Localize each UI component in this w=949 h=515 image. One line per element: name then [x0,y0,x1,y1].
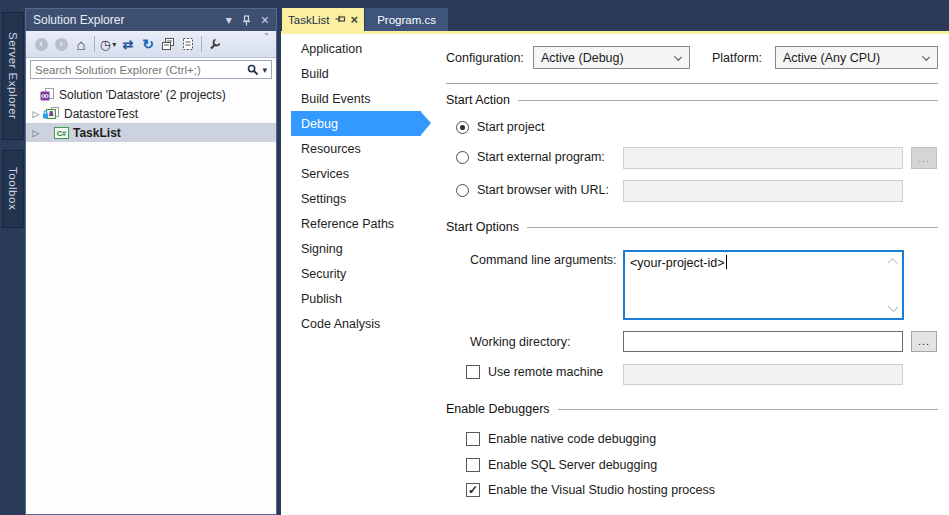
properties-nav-list: Application Build Build Events Debug Res… [291,36,421,336]
tree-label-datastoretest: DatastoreTest [64,107,138,121]
browser-url-input[interactable] [623,180,903,202]
home-icon[interactable]: ⌂ [71,33,91,55]
start-project-label: Start project [477,120,544,134]
tab-close-icon[interactable]: × [351,13,359,26]
configuration-label: Configuration: [446,48,524,68]
nav-item-build-events[interactable]: Build Events [291,86,421,111]
remote-machine-input[interactable] [623,364,903,385]
chevron-down-icon [922,53,930,61]
use-remote-machine-option[interactable]: ✓ Use remote machine [466,365,603,379]
nav-item-publish[interactable]: Publish [291,286,421,311]
use-remote-machine-checkbox[interactable]: ✓ [466,365,480,379]
sync-with-active-document-icon[interactable]: ⇄ [118,33,138,55]
tree-row-solution[interactable]: Solution 'Datastore' (2 projects) [26,85,276,104]
tree-label-solution: Solution 'Datastore' (2 projects) [59,88,226,102]
radio-start-project[interactable] [456,121,469,134]
scroll-down-icon[interactable] [888,302,898,312]
nav-item-debug[interactable]: Debug [291,111,421,136]
start-external-option[interactable]: Start external program: [456,150,605,164]
solution-tree: Solution 'Datastore' (2 projects) ▷ Data… [26,81,276,142]
collapse-all-icon[interactable] [158,33,178,55]
svg-text:C#: C# [57,128,67,137]
sidebar-tab-toolbox[interactable]: Toolbox [2,150,24,228]
platform-value: Active (Any CPU) [783,51,880,65]
sql-debugging-label: Enable SQL Server debugging [488,458,657,472]
tab-tasklist[interactable]: TaskList × [282,8,364,31]
search-options-caret-icon[interactable]: ▾ [262,65,267,75]
solution-explorer-titlebar[interactable]: Solution Explorer ▾ × [26,9,276,31]
tab-program-cs[interactable]: Program.cs [365,8,448,31]
native-debugging-option[interactable]: ✓ Enable native code debugging [466,432,656,446]
expander-icon[interactable]: ▷ [30,109,42,119]
tree-row-datastoretest[interactable]: ▷ DatastoreTest [26,104,276,123]
hosting-process-option[interactable]: ✓ Enable the Visual Studio hosting proce… [466,483,715,497]
tab-tasklist-label: TaskList [288,14,330,26]
sql-debugging-option[interactable]: ✓ Enable SQL Server debugging [466,458,657,472]
search-icon[interactable] [247,64,259,76]
toolbox-tab-label: Toolbox [7,167,19,210]
back-button[interactable]: ‹ [31,33,51,55]
properties-wrench-icon[interactable] [205,33,225,55]
hosting-process-checkbox[interactable]: ✓ [466,483,480,497]
solution-explorer-toolbar: ‹ › ⌂ ◷▾ ⇄ ↻ [26,31,276,58]
tree-row-tasklist[interactable]: ▷ C# TaskList [26,123,276,142]
nav-item-application[interactable]: Application [291,36,421,61]
refresh-icon[interactable]: ↻ [138,33,158,55]
pin-icon[interactable] [241,15,252,26]
window-position-chevron-icon[interactable]: ▾ [226,14,232,26]
nav-item-build[interactable]: Build [291,61,421,86]
nav-item-resources[interactable]: Resources [291,136,421,161]
hosting-process-label: Enable the Visual Studio hosting process [488,483,715,497]
start-project-option[interactable]: Start project [456,120,544,134]
nav-item-code-analysis[interactable]: Code Analysis [291,311,421,336]
text-cursor [726,255,727,269]
chevron-down-icon [674,53,682,61]
toolbar-overflow-icon[interactable]: ” [265,31,271,43]
start-options-header: Start Options [446,220,938,234]
radio-start-browser[interactable] [456,184,469,197]
platform-dropdown[interactable]: Active (Any CPU) [775,46,938,69]
external-program-input[interactable] [623,147,903,169]
sql-debugging-checkbox[interactable]: ✓ [466,458,480,472]
start-action-header: Start Action [446,93,938,107]
external-program-browse-button[interactable]: ... [911,147,937,169]
search-row: ▾ [26,58,276,81]
native-debugging-checkbox[interactable]: ✓ [466,432,480,446]
sidebar-tab-server-explorer[interactable]: Server Explorer [2,12,24,140]
expander-icon[interactable]: ▷ [30,128,42,138]
project-properties-page: Application Build Build Events Debug Res… [281,31,949,515]
radio-start-external[interactable] [456,151,469,164]
tree-label-tasklist: TaskList [73,126,121,140]
close-icon[interactable]: × [261,13,269,27]
nav-item-signing[interactable]: Signing [291,236,421,261]
show-all-files-icon[interactable] [178,33,198,55]
forward-button[interactable]: › [51,33,71,55]
platform-label: Platform: [712,48,762,68]
enable-debuggers-header: Enable Debuggers [446,402,938,416]
command-line-arguments-input[interactable]: <your-project-id> [623,250,904,320]
working-directory-input[interactable] [623,331,903,352]
start-external-label: Start external program: [477,150,605,164]
nav-item-reference-paths[interactable]: Reference Paths [291,211,421,236]
nav-item-services[interactable]: Services [291,161,421,186]
start-browser-label: Start browser with URL: [477,183,609,197]
use-remote-machine-label: Use remote machine [488,365,603,379]
toolbar-separator [94,36,95,52]
configuration-dropdown[interactable]: Active (Debug) [533,46,690,69]
nav-item-settings[interactable]: Settings [291,186,421,211]
section-divider [446,83,938,84]
visual-studio-solution-icon [40,88,55,102]
start-browser-option[interactable]: Start browser with URL: [456,183,609,197]
command-line-arguments-label: Command line arguments: [470,250,617,270]
search-box[interactable]: ▾ [30,60,272,79]
pending-changes-filter-icon[interactable]: ◷▾ [98,33,118,55]
working-directory-browse-button[interactable]: ... [911,331,937,352]
document-tab-bar: TaskList × Program.cs [282,8,448,31]
tab-pin-icon[interactable] [335,14,346,25]
nav-item-security[interactable]: Security [291,261,421,286]
command-line-arguments-value: <your-project-id> [630,256,725,270]
scroll-up-icon[interactable] [888,258,898,268]
server-explorer-tab-label: Server Explorer [7,32,19,119]
test-project-icon [42,107,60,121]
search-input[interactable] [35,64,247,76]
